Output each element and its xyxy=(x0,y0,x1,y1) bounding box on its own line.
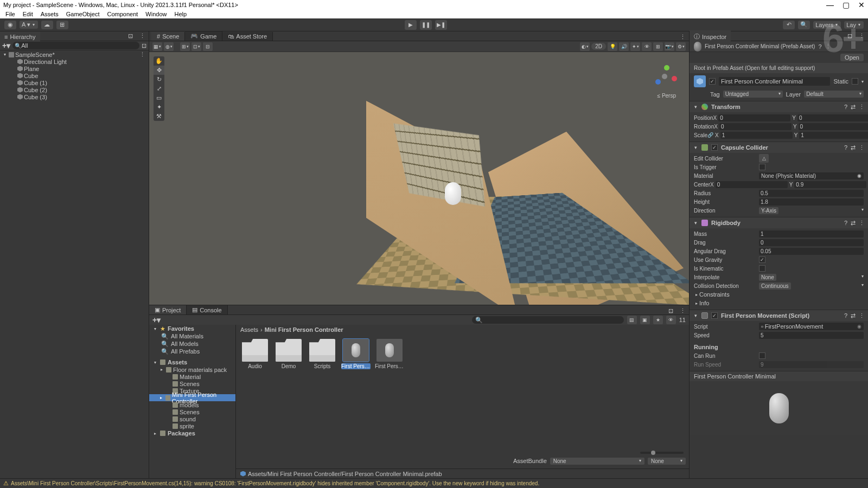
transform-tool[interactable]: ✦ xyxy=(154,102,164,112)
static-checkbox[interactable] xyxy=(852,78,858,85)
grid-visibility[interactable]: ⊞ xyxy=(653,42,663,51)
favorite-item[interactable]: 🔍All Prefabs xyxy=(149,348,235,355)
preset-icon[interactable]: ⇄ xyxy=(851,220,856,227)
preview-header[interactable]: First Person Controller Minimal xyxy=(690,371,868,381)
tag-dropdown[interactable]: Untagged xyxy=(723,91,783,98)
scene-tab[interactable]: #Scene xyxy=(151,32,185,41)
gameobject-icon[interactable] xyxy=(694,75,706,87)
asset-item[interactable]: First Perso... xyxy=(341,339,371,369)
minimize-button[interactable]: — xyxy=(826,2,834,8)
scale-y[interactable] xyxy=(799,132,868,139)
layers-dropdown[interactable]: Layers xyxy=(813,21,841,29)
info-foldout[interactable]: ▸Info xyxy=(694,299,864,307)
maximize-button[interactable]: ▢ xyxy=(843,2,850,8)
scene-menu-icon[interactable]: ⋮ xyxy=(139,51,149,58)
component-enabled-checkbox[interactable] xyxy=(711,312,718,319)
favorites-header[interactable]: ▾★Favorites xyxy=(149,325,235,332)
center-x[interactable] xyxy=(716,181,788,188)
custom-tool[interactable]: ⚒ xyxy=(154,112,164,121)
menu-file[interactable]: File xyxy=(2,11,18,17)
grid-snapping[interactable]: ⊞ xyxy=(180,42,190,51)
constrain-scale-icon[interactable]: 🔗 xyxy=(707,132,713,138)
thumbnail-size-slider[interactable] xyxy=(640,452,684,454)
project-tree-item[interactable]: sprite xyxy=(149,422,235,429)
rotate-tool[interactable]: ↻ xyxy=(154,75,164,84)
packages-header[interactable]: ▸Packages xyxy=(149,429,235,437)
radius-input[interactable] xyxy=(759,190,864,197)
mass-input[interactable] xyxy=(759,230,864,237)
rot-y[interactable] xyxy=(799,123,868,130)
hand-tool[interactable]: ✋ xyxy=(154,56,164,66)
hierarchy-item[interactable]: Cube (2) xyxy=(0,86,149,93)
center-y[interactable] xyxy=(794,181,866,188)
gizmo-center[interactable] xyxy=(662,74,667,79)
edit-collider-button[interactable]: △ xyxy=(759,154,769,163)
project-tree-item[interactable]: Material xyxy=(149,373,235,380)
step-button[interactable]: ▶❚ xyxy=(435,20,447,30)
physic-material-field[interactable]: None (Physic Material) xyxy=(759,172,864,179)
panel-menu-icon[interactable]: ⋮ xyxy=(856,33,868,40)
menu-component[interactable]: Component xyxy=(104,11,141,17)
create-asset-button[interactable]: +▾ xyxy=(152,316,161,324)
help-icon[interactable]: ? xyxy=(818,43,821,50)
help-icon[interactable]: ? xyxy=(844,104,847,111)
search-filter-type[interactable]: ▤ xyxy=(627,316,637,324)
breadcrumb-item[interactable]: Assets xyxy=(240,326,258,333)
search-filter-label[interactable]: ▣ xyxy=(640,316,650,324)
preset-icon[interactable]: ⇄ xyxy=(851,312,856,319)
cloud-icon[interactable]: ☁ xyxy=(41,21,53,29)
account-dropdown[interactable]: A ▾ xyxy=(20,21,38,29)
hierarchy-filter-icon[interactable]: ⊡ xyxy=(142,42,146,49)
camera-settings[interactable]: 📷 xyxy=(665,42,674,51)
constraints-foldout[interactable]: ▸Constraints xyxy=(694,290,864,299)
component-enabled-checkbox[interactable] xyxy=(711,144,718,151)
project-tree-item[interactable]: ▸Floor materials pack xyxy=(149,366,235,373)
play-button[interactable]: ▶ xyxy=(405,20,417,30)
fx-toggle[interactable]: ✦ xyxy=(630,42,640,51)
direction-dropdown[interactable]: Y-Axis xyxy=(759,207,778,214)
gizmos-dropdown[interactable]: ⚙ xyxy=(676,42,686,51)
use-gravity-checkbox[interactable] xyxy=(759,256,765,263)
game-tab[interactable]: 🎮Game xyxy=(185,31,222,41)
assetbundle-name[interactable]: None xyxy=(550,458,644,465)
panel-menu-icon[interactable]: ⋮ xyxy=(676,307,689,314)
player-capsule[interactable] xyxy=(445,182,461,205)
rot-x[interactable] xyxy=(719,123,792,130)
drag-input[interactable] xyxy=(759,239,864,246)
open-prefab-button[interactable]: Open xyxy=(840,54,864,61)
account-icon[interactable]: ◉ xyxy=(4,21,16,29)
project-tree-item[interactable]: Scenes xyxy=(149,380,235,387)
collision-detection-dropdown[interactable]: Continuous xyxy=(759,282,791,290)
foldout-icon[interactable]: ▾ xyxy=(2,52,8,57)
assets-header[interactable]: ▾Assets xyxy=(149,358,235,366)
active-checkbox[interactable] xyxy=(709,78,716,85)
menu-gameobject[interactable]: GameObject xyxy=(63,11,103,17)
is-trigger-checkbox[interactable] xyxy=(759,164,765,170)
preset-icon[interactable]: ⇄ xyxy=(851,144,856,151)
menu-help[interactable]: Help xyxy=(171,11,190,17)
hierarchy-item[interactable]: Cube (3) xyxy=(0,93,149,100)
draw-mode-dropdown[interactable]: ▦ xyxy=(152,42,162,51)
scale-x[interactable] xyxy=(720,132,793,139)
console-tab[interactable]: ▤Console xyxy=(187,305,227,314)
move-tool[interactable]: ✥ xyxy=(154,66,164,75)
project-tree-item[interactable]: sound xyxy=(149,415,235,422)
undo-history-icon[interactable]: ↶ xyxy=(783,21,795,29)
project-tab[interactable]: ▣Project xyxy=(149,305,187,314)
panel-menu-icon[interactable]: ⋮ xyxy=(136,33,149,40)
preview-viewport[interactable] xyxy=(690,381,868,435)
project-tree-item[interactable]: ▸Mini First Person Controller xyxy=(149,394,235,401)
increment-snapping[interactable]: ⊡ xyxy=(192,42,201,51)
2d-toggle[interactable]: 2D xyxy=(591,43,606,50)
lighting-toggle[interactable]: 💡 xyxy=(608,42,617,51)
asset-item[interactable]: First Perso... xyxy=(375,339,404,369)
speed-input[interactable] xyxy=(759,332,864,339)
hierarchy-item[interactable]: Cube (1) xyxy=(0,79,149,86)
layout-dropdown[interactable]: Lay xyxy=(844,21,864,29)
can-run-checkbox[interactable] xyxy=(759,352,765,359)
component-menu-icon[interactable]: ⋮ xyxy=(859,144,865,151)
assetbundle-variant[interactable]: None xyxy=(648,458,686,465)
scene-viewport[interactable]: ✋ ✥ ↻ ⤢ ▭ ✦ ⚒ ≤ Persp xyxy=(149,52,689,305)
project-search[interactable] xyxy=(472,316,624,324)
panel-lock-icon[interactable]: ⊡ xyxy=(665,307,676,314)
